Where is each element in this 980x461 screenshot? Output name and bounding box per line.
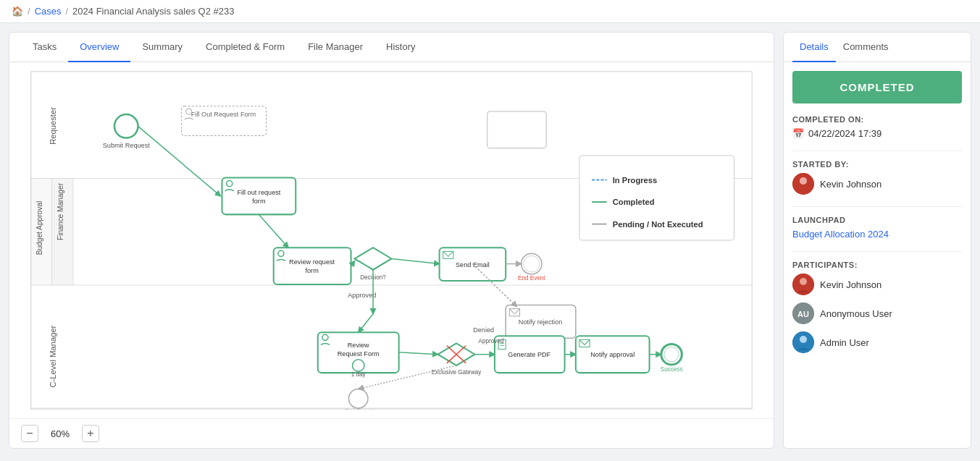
breadcrumb-sep-2: / (65, 6, 68, 17)
svg-text:Denied: Denied (473, 326, 494, 334)
svg-text:Exclusive Gateway: Exclusive Gateway (432, 369, 482, 376)
svg-text:1 day: 1 day (351, 371, 367, 378)
participant-anonymous-avatar: AU (792, 303, 814, 324)
svg-text:C-Level Manager: C-Level Manager (49, 325, 57, 387)
launchpad-label: LAUNCHPAD (792, 216, 962, 224)
divider-3 (792, 251, 962, 252)
svg-text:Approved: Approved (348, 292, 376, 299)
started-by-label: STARTED BY: (792, 160, 962, 169)
participant-kevin-name: Kevin Johnson (820, 279, 881, 290)
completed-on-section: COMPLETED ON: 📅 04/22/2024 17:39 (792, 115, 962, 139)
breadcrumb: 🏠 / Cases / 2024 Financial Analysis sale… (0, 0, 980, 23)
tab-overview[interactable]: Overview (68, 33, 130, 62)
calendar-icon: 📅 (792, 128, 804, 139)
diagram-container: Requester Budget Approval Finance Manage… (9, 62, 774, 418)
tab-history[interactable]: History (374, 33, 427, 62)
svg-text:Fill out request: Fill out request (237, 189, 280, 196)
zoom-in-button[interactable]: + (82, 425, 99, 442)
right-tab-details[interactable]: Details (792, 33, 836, 62)
svg-point-86 (800, 278, 807, 285)
svg-text:Budget Approval: Budget Approval (35, 201, 43, 255)
right-details-content: COMPLETED COMPLETED ON: 📅 04/22/2024 17:… (784, 62, 971, 373)
svg-text:Generate PDF: Generate PDF (508, 351, 550, 358)
participant-kevin: Kevin Johnson (792, 274, 962, 295)
svg-text:Notify approval: Notify approval (590, 351, 635, 358)
svg-text:Finance Manager: Finance Manager (56, 182, 64, 240)
svg-point-66 (348, 389, 367, 408)
svg-rect-22 (274, 248, 351, 284)
participant-admin-avatar (792, 331, 814, 353)
home-icon[interactable]: 🏠 (12, 6, 23, 17)
svg-text:Submit Request: Submit Request (103, 142, 150, 149)
svg-text:Request Form: Request Form (338, 350, 380, 358)
right-tab-bar: Details Comments (784, 33, 971, 62)
svg-rect-20 (487, 111, 546, 148)
breadcrumb-sep-1: / (28, 6, 30, 17)
svg-text:Requester: Requester (49, 107, 57, 145)
participant-admin-name: Admin User (820, 337, 869, 348)
divider-2 (792, 206, 962, 207)
started-by-avatar (792, 173, 814, 195)
tab-completed-form[interactable]: Completed & Form (194, 33, 296, 62)
tab-summary[interactable]: Summary (130, 33, 194, 62)
page-title: 2024 Financial Analysis sales Q2 #233 (72, 6, 234, 17)
svg-text:Notify rejection: Notify rejection (519, 318, 562, 326)
participant-anonymous-name: Anonymous User (820, 308, 892, 319)
svg-text:Completed: Completed (613, 198, 655, 206)
completed-on-label: COMPLETED ON: (792, 115, 962, 124)
svg-point-64 (664, 347, 679, 362)
participant-kevin-avatar (792, 274, 814, 295)
launchpad-link[interactable]: Budget Allocation 2024 (792, 229, 889, 240)
svg-text:Review request: Review request (289, 258, 335, 266)
participant-admin: Admin User (792, 331, 962, 353)
started-by-section: STARTED BY: Kevin Johnson (792, 160, 962, 195)
zoom-out-button[interactable]: − (21, 425, 38, 442)
svg-text:AU: AU (797, 310, 809, 318)
left-panel: Tasks Overview Summary Completed & Form … (9, 32, 774, 449)
tab-bar: Tasks Overview Summary Completed & Form … (9, 33, 774, 62)
svg-point-11 (114, 114, 138, 138)
participants-label: PARTICIPANTS: (792, 261, 962, 269)
svg-point-32 (524, 255, 540, 271)
svg-text:form: form (252, 198, 266, 205)
svg-point-84 (800, 177, 807, 185)
svg-text:End Event: End Event (345, 408, 372, 410)
svg-point-90 (800, 336, 807, 343)
zoom-level: 60% (46, 428, 75, 439)
svg-text:Success: Success (661, 366, 683, 373)
bpmn-diagram: Requester Budget Approval Finance Manage… (18, 71, 765, 410)
right-panel: Details Comments COMPLETED COMPLETED ON:… (783, 32, 971, 449)
divider-1 (792, 151, 962, 151)
tab-file-manager[interactable]: File Manager (296, 33, 374, 62)
cases-link[interactable]: Cases (35, 6, 62, 17)
svg-text:Review: Review (348, 342, 369, 349)
svg-text:In Progress: In Progress (613, 176, 658, 185)
zoom-controls: − 60% + (9, 418, 774, 448)
completed-on-value: 📅 04/22/2024 17:39 (792, 128, 962, 139)
started-by-name: Kevin Johnson (820, 179, 881, 190)
right-tab-comments[interactable]: Comments (836, 33, 896, 62)
svg-text:End Event: End Event (518, 275, 545, 282)
svg-text:Fill Out Request Form: Fill Out Request Form (191, 111, 256, 118)
tab-tasks[interactable]: Tasks (21, 33, 68, 62)
launchpad-section: LAUNCHPAD Budget Allocation 2024 (792, 216, 962, 240)
started-by-participant: Kevin Johnson (792, 173, 962, 195)
svg-text:form: form (305, 267, 319, 274)
svg-text:Approved: Approved (479, 338, 504, 344)
participants-section: PARTICIPANTS: Kevin Johnson (792, 261, 962, 353)
svg-text:Pending / Not Executed: Pending / Not Executed (613, 220, 703, 229)
participant-anonymous: AU Anonymous User (792, 303, 962, 324)
status-badge: COMPLETED (792, 71, 962, 103)
svg-text:Send Email: Send Email (456, 261, 490, 268)
svg-rect-16 (222, 178, 296, 215)
